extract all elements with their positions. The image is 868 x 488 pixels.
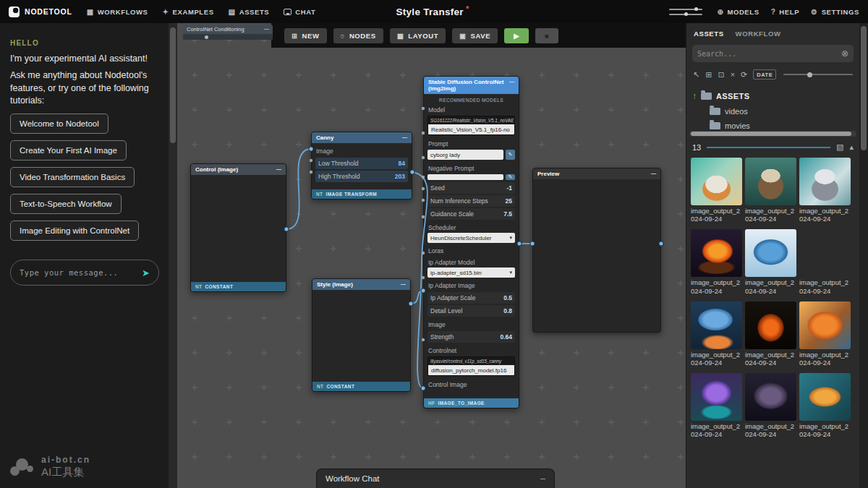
- asset-thumbnail[interactable]: image_output_2024-09-24: [799, 301, 851, 367]
- field-detail-level[interactable]: Detail Level 0.8: [427, 305, 515, 317]
- tutorial-button-welcome[interactable]: Welcome to Nodetool: [10, 114, 109, 134]
- asset-thumbnail[interactable]: image_output_2024-09-24: [691, 373, 742, 438]
- tree-horizontal-scrollbar[interactable]: [689, 131, 856, 137]
- node-header[interactable]: Control (Image) —: [191, 164, 286, 175]
- field-low-threshold[interactable]: Low Threshold 84: [315, 158, 408, 169]
- nodes-button[interactable]: ○ NODES: [333, 28, 383, 43]
- send-icon[interactable]: ➤: [142, 267, 150, 278]
- field-num-inference-steps[interactable]: Num Inference Steps 25: [427, 195, 515, 207]
- nav-examples[interactable]: ✦ EXAMPLES: [163, 8, 214, 16]
- asset-thumbnail[interactable]: image_output_2024-09-24: [745, 301, 796, 367]
- asset-thumbnail[interactable]: image_output_2024-09-24: [691, 158, 742, 223]
- tutorial-button-video[interactable]: Video Transformation Basics: [10, 167, 135, 187]
- negative-prompt-input[interactable]: [427, 174, 503, 180]
- tab-assets[interactable]: ASSETS: [694, 30, 724, 38]
- node-canvas[interactable]: ControlNet Conditioning — ⊞ NEW ○ NODES …: [177, 23, 686, 488]
- asset-thumbnail[interactable]: image_output_2024-09-24: [691, 301, 742, 367]
- model-file[interactable]: Realistic_Vision_V5.1_fp16-no: [428, 124, 514, 134]
- prompt-input[interactable]: cyborg lady: [427, 150, 503, 160]
- nav-models[interactable]: ⊕ MODELS: [717, 8, 759, 16]
- edit-prompt-icon[interactable]: ✎: [506, 150, 515, 160]
- nav-help[interactable]: ? HELP: [771, 8, 799, 16]
- tab-workflow[interactable]: WORKFLOW: [736, 30, 781, 38]
- ip-adapter-model-select[interactable]: ip-adapter_sd15.bin ▾: [427, 267, 515, 278]
- field-high-threshold[interactable]: High Threshold 203: [315, 171, 408, 182]
- deselect-icon[interactable]: ×: [731, 70, 735, 79]
- workflow-chat-panel[interactable]: Workflow Chat —: [316, 468, 555, 488]
- asset-thumbnail[interactable]: image_output_2024-09-24: [745, 158, 796, 223]
- field-seed[interactable]: Seed -1: [427, 182, 515, 194]
- nav-assets[interactable]: ▤ ASSETS: [229, 8, 270, 16]
- controlnet-file[interactable]: diffusion_pytorch_model.fp16: [428, 365, 514, 375]
- slider-knob[interactable]: [205, 35, 208, 39]
- node-header[interactable]: Preview —: [533, 168, 660, 179]
- scrollbar-thumb[interactable]: [170, 27, 176, 143]
- controlnet-select[interactable]: lllyasviel/control_v11p_sd15_canny diffu…: [427, 356, 515, 376]
- field-strength[interactable]: Strength 0.64: [427, 331, 515, 343]
- node-style-image[interactable]: Style (Image) — NT CONSTANT: [312, 278, 411, 392]
- scrollbar-thumb[interactable]: [861, 26, 867, 150]
- node-canny[interactable]: Canny — Image Low Threshold 84 High Thre…: [311, 132, 412, 200]
- asset-thumbnail[interactable]: image_output_2024-09-24: [799, 158, 851, 223]
- node-controlnet-conditioning[interactable]: ControlNet Conditioning —: [183, 25, 273, 40]
- node-stable-diffusion-controlnet[interactable]: Stable Diffusion ControlNet (img2img) — …: [423, 76, 519, 408]
- asset-thumbnail[interactable]: image_output_2024-09-24: [799, 373, 851, 438]
- tutorial-button-first-image[interactable]: Create Your First AI Image: [10, 140, 127, 160]
- thumbnail-size-slider[interactable]: [783, 74, 853, 75]
- node-control-image[interactable]: Control (Image) — NT CONSTANT: [190, 163, 286, 292]
- scheduler-select[interactable]: HeunDiscreteScheduler ▾: [427, 233, 515, 243]
- edit-negative-prompt-icon[interactable]: ✎: [506, 174, 515, 180]
- slider-track[interactable]: [669, 14, 702, 15]
- node-preview[interactable]: Preview —: [532, 168, 661, 333]
- node-header[interactable]: Style (Image) —: [312, 279, 410, 290]
- field-guidance-scale[interactable]: Guidance Scale 7.5: [427, 208, 515, 220]
- node-header[interactable]: ControlNet Conditioning —: [183, 25, 273, 34]
- nodetool-logo[interactable]: NODETOOL: [9, 7, 72, 17]
- select-tool-icon[interactable]: ↖: [693, 70, 699, 80]
- save-button[interactable]: ▣ SAVE: [452, 28, 498, 43]
- tutorial-button-tts[interactable]: Text-to-Speech Workflow: [10, 194, 122, 214]
- minimize-icon[interactable]: —: [401, 281, 406, 287]
- node-header[interactable]: Stable Diffusion ControlNet (img2img) —: [424, 77, 519, 94]
- left-panel-scrollbar[interactable]: [169, 23, 177, 488]
- tree-item-videos[interactable]: videos: [691, 104, 855, 119]
- minimize-icon[interactable]: —: [540, 476, 545, 481]
- layout-button[interactable]: ▦ LAYOUT: [390, 28, 446, 43]
- slider-track[interactable]: [669, 9, 702, 10]
- upload-icon[interactable]: ↑: [692, 91, 697, 101]
- scrollbar-thumb[interactable]: [691, 132, 851, 136]
- minimize-icon[interactable]: —: [651, 171, 656, 176]
- asset-thumbnail[interactable]: image_output_2024-09-24: [799, 229, 851, 294]
- node-header[interactable]: Canny —: [312, 132, 412, 143]
- asset-thumbnail[interactable]: image_output_2024-09-24: [745, 229, 796, 294]
- refresh-icon[interactable]: ⟳: [741, 70, 747, 80]
- sort-by-date-button[interactable]: DATE: [753, 69, 776, 80]
- collapse-section-icon[interactable]: ▴: [849, 142, 854, 152]
- minimize-icon[interactable]: —: [276, 166, 281, 172]
- main-vertical-scrollbar[interactable]: [859, 23, 868, 488]
- new-button[interactable]: ⊞ NEW: [284, 28, 327, 43]
- asset-thumbnail[interactable]: image_output_2024-09-24: [691, 229, 742, 294]
- tutorial-button-controlnet[interactable]: Image Editing with ControlNet: [10, 221, 139, 241]
- search-input[interactable]: [697, 50, 838, 58]
- assistant-message-input[interactable]: [20, 268, 136, 277]
- nav-workflows[interactable]: ▦ WORKFLOWS: [87, 8, 148, 16]
- field-ip-adapter-scale[interactable]: Ip Adapter Scale 0.5: [427, 292, 515, 304]
- model-select[interactable]: SG161222/Realistic_Vision_V5.1_noVAE Rea…: [427, 116, 515, 135]
- clear-search-icon[interactable]: ⊗: [841, 48, 848, 59]
- nav-settings[interactable]: ⚙ SETTINGS: [811, 8, 859, 16]
- minimize-icon[interactable]: —: [509, 79, 514, 85]
- nav-chat[interactable]: CHAT: [284, 8, 315, 16]
- minimize-icon[interactable]: —: [402, 134, 407, 140]
- slider-knob[interactable]: [807, 72, 812, 77]
- asset-thumbnail[interactable]: image_output_2024-09-24: [745, 373, 796, 438]
- stop-workflow-button[interactable]: ■: [535, 28, 558, 43]
- panel-size-sliders[interactable]: [669, 9, 702, 15]
- select-all-icon[interactable]: ⊡: [718, 70, 724, 80]
- minimize-icon[interactable]: —: [264, 26, 269, 32]
- add-folder-icon[interactable]: ⊞: [705, 70, 712, 80]
- view-mode-icon[interactable]: ▧: [836, 142, 843, 152]
- recommended-models-link[interactable]: RECOMMENDED MODELS: [427, 95, 515, 103]
- run-workflow-button[interactable]: ▶: [504, 28, 529, 43]
- tree-item-assets[interactable]: ↑ ASSETS: [691, 88, 855, 104]
